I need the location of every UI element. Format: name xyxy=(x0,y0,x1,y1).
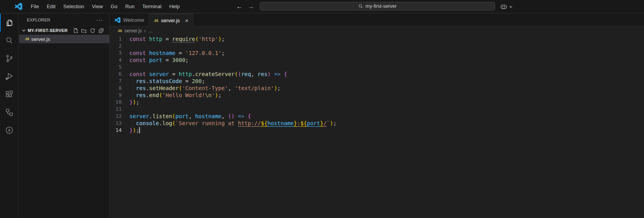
code-line-7[interactable]: 7 res.statusCode = 200; xyxy=(110,78,644,85)
new-file-button[interactable] xyxy=(72,27,79,34)
tab-server-js[interactable]: JSserver.js× xyxy=(149,14,193,27)
history-navigation: ← → xyxy=(235,0,255,13)
code-editor[interactable]: 1const http = require('http');23const ho… xyxy=(110,35,644,218)
line-content: res.statusCode = 200; xyxy=(129,78,205,84)
js-file-icon: JS xyxy=(118,29,122,33)
menu-view[interactable]: View xyxy=(88,2,107,12)
code-line-14[interactable]: 14}); xyxy=(110,127,644,134)
activity-bar xyxy=(0,14,19,218)
line-content: const port = 3000; xyxy=(129,57,189,63)
indent-guide xyxy=(133,78,133,85)
line-content: console.log(`Server running at http://${… xyxy=(129,120,336,126)
menu-selection[interactable]: Selection xyxy=(59,2,88,12)
thunder-icon xyxy=(5,126,14,135)
extensions-icon xyxy=(5,90,14,99)
line-content: res.setHeader('Content-Type', 'text/plai… xyxy=(129,85,281,91)
collapse-all-icon xyxy=(98,28,104,34)
code-line-3[interactable]: 3const hostname = '127.0.0.1'; xyxy=(110,50,644,57)
activity-remote-explorer[interactable] xyxy=(0,103,19,121)
file-item-serverjs[interactable]: JS server.js xyxy=(19,35,109,43)
sidebar-title: EXPLORER xyxy=(27,18,50,22)
editor-group: WelcomeJSserver.js× JS server.js › … 1co… xyxy=(110,14,644,218)
menu-edit[interactable]: Edit xyxy=(43,2,59,12)
activity-source-control[interactable] xyxy=(0,50,19,67)
explorer-sidebar: EXPLORER ··· MY-FIRST-SERVER JS server.j… xyxy=(19,14,110,218)
code-line-11[interactable]: 11 xyxy=(110,106,644,113)
new-folder-icon xyxy=(81,28,87,34)
tab-bar: WelcomeJSserver.js× xyxy=(110,14,644,27)
tab-label: Welcome xyxy=(123,17,144,23)
explorer-actions xyxy=(72,27,104,34)
line-content: const hostname = '127.0.0.1'; xyxy=(129,50,225,56)
run-debug-icon xyxy=(5,72,14,81)
search-icon xyxy=(5,36,14,45)
copilot-menu[interactable] xyxy=(500,0,513,13)
menu-file[interactable]: File xyxy=(27,2,43,12)
line-content: }); xyxy=(129,127,140,133)
line-number: 13 xyxy=(110,120,122,127)
indent-guide xyxy=(133,85,133,92)
breadcrumb-symbol[interactable]: … xyxy=(148,28,153,34)
code-line-1[interactable]: 1const http = require('http'); xyxy=(110,35,644,43)
menu-go[interactable]: Go xyxy=(107,2,121,12)
titlebar: FileEditSelectionViewGoRunTerminalHelp ←… xyxy=(0,0,644,13)
tab-welcome[interactable]: Welcome xyxy=(110,14,149,27)
menubar: FileEditSelectionViewGoRunTerminalHelp xyxy=(27,2,184,12)
command-center-search[interactable]: my-first-server xyxy=(260,2,495,11)
menu-help[interactable]: Help xyxy=(165,2,184,12)
close-icon[interactable]: × xyxy=(185,18,188,23)
chevron-down-icon xyxy=(509,5,513,9)
code-line-2[interactable]: 2 xyxy=(110,43,644,50)
vscode-logo-icon xyxy=(15,3,22,10)
line-number: 12 xyxy=(110,113,122,120)
line-number: 6 xyxy=(110,71,122,78)
chevron-down-icon xyxy=(21,27,27,34)
refresh-button[interactable] xyxy=(89,27,96,34)
remote-icon xyxy=(5,108,14,117)
ellipsis-icon[interactable]: ··· xyxy=(96,17,103,23)
workspace-section-header[interactable]: MY-FIRST-SERVER xyxy=(19,26,109,35)
indent-guide xyxy=(133,92,133,99)
code-line-12[interactable]: 12server.listen(port, hostname, () => { xyxy=(110,113,644,120)
activity-extensions[interactable] xyxy=(0,85,19,103)
collapse-all-button[interactable] xyxy=(97,27,104,34)
breadcrumb-separator-icon: › xyxy=(144,28,146,34)
indent-guide xyxy=(133,120,133,127)
line-number: 5 xyxy=(110,64,122,71)
line-number: 4 xyxy=(110,57,122,64)
line-content: server.listen(port, hostname, () => { xyxy=(129,113,251,119)
line-number: 9 xyxy=(110,92,122,99)
search-icon xyxy=(358,4,363,9)
search-value: my-first-server xyxy=(366,4,397,9)
tab-label: server.js xyxy=(161,18,180,23)
code-line-6[interactable]: 6const server = http.createServer((req, … xyxy=(110,71,644,78)
source-control-icon xyxy=(5,54,14,63)
breadcrumb-file[interactable]: server.js xyxy=(124,28,142,34)
activity-search[interactable] xyxy=(0,32,19,50)
js-file-icon: JS xyxy=(25,37,29,41)
code-line-13[interactable]: 13 console.log(`Server running at http:/… xyxy=(110,120,644,127)
new-folder-button[interactable] xyxy=(80,27,87,34)
code-line-4[interactable]: 4const port = 3000; xyxy=(110,57,644,64)
activity-run-and-debug[interactable] xyxy=(0,67,19,85)
code-line-10[interactable]: 10}); xyxy=(110,99,644,106)
code-line-5[interactable]: 5 xyxy=(110,64,644,71)
code-line-8[interactable]: 8 res.setHeader('Content-Type', 'text/pl… xyxy=(110,85,644,92)
new-file-icon xyxy=(73,28,78,34)
back-arrow-icon[interactable]: ← xyxy=(235,3,243,10)
activity-explorer[interactable] xyxy=(0,14,19,32)
menu-run[interactable]: Run xyxy=(121,2,138,12)
refresh-icon xyxy=(90,28,96,34)
code-line-9[interactable]: 9 res.end('Hello World!\n'); xyxy=(110,92,644,99)
line-content: const http = require('http'); xyxy=(129,36,225,42)
line-number: 7 xyxy=(110,78,122,85)
js-file-icon: JS xyxy=(154,19,158,23)
sidebar-header: EXPLORER ··· xyxy=(19,14,109,26)
line-number: 8 xyxy=(110,85,122,92)
breadcrumb: JS server.js › … xyxy=(110,27,644,35)
menu-terminal[interactable]: Terminal xyxy=(138,2,165,12)
copilot-icon xyxy=(500,3,508,11)
forward-arrow-icon[interactable]: → xyxy=(247,3,255,10)
line-number: 11 xyxy=(110,106,122,113)
activity-thunder-client[interactable] xyxy=(0,121,19,139)
